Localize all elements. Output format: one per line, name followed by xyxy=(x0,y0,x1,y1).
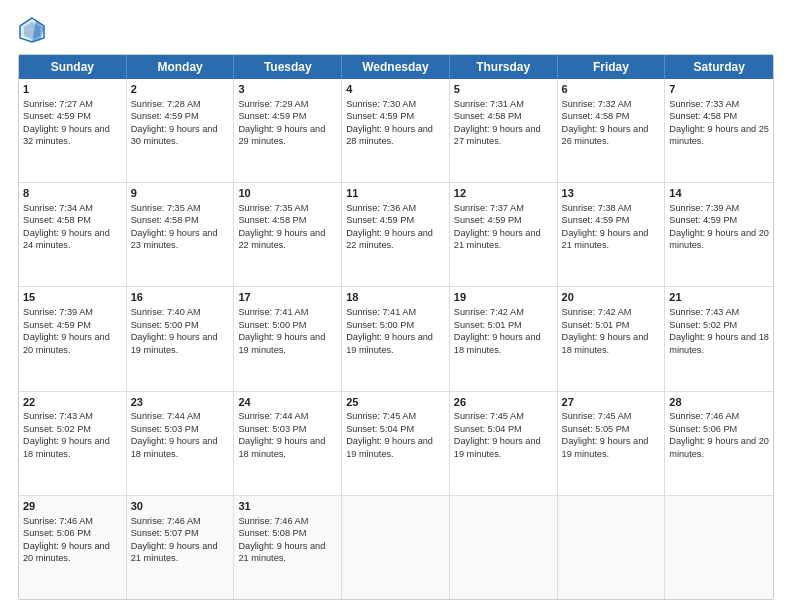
day-info-line: Sunset: 4:59 PM xyxy=(238,110,337,122)
day-info-line: Sunset: 5:00 PM xyxy=(238,319,337,331)
day-number: 27 xyxy=(562,395,661,410)
day-info-line: Sunrise: 7:30 AM xyxy=(346,98,445,110)
day-number: 11 xyxy=(346,186,445,201)
day-info-line: Sunset: 5:02 PM xyxy=(669,319,769,331)
calendar-cell-day-20: 20Sunrise: 7:42 AMSunset: 5:01 PMDayligh… xyxy=(558,287,666,390)
day-info-line: Sunset: 5:04 PM xyxy=(454,423,553,435)
calendar-cell-empty xyxy=(665,496,773,599)
day-number: 9 xyxy=(131,186,230,201)
day-number: 12 xyxy=(454,186,553,201)
day-info-line: Sunrise: 7:41 AM xyxy=(238,306,337,318)
day-info-line: Sunrise: 7:44 AM xyxy=(238,410,337,422)
calendar-header-saturday: Saturday xyxy=(665,55,773,79)
day-info-line: Sunset: 5:00 PM xyxy=(346,319,445,331)
day-info-line: Daylight: 9 hours and 21 minutes. xyxy=(562,227,661,252)
day-number: 6 xyxy=(562,82,661,97)
day-number: 18 xyxy=(346,290,445,305)
day-info-line: Sunrise: 7:40 AM xyxy=(131,306,230,318)
day-info-line: Sunrise: 7:45 AM xyxy=(454,410,553,422)
day-info-line: Daylight: 9 hours and 21 minutes. xyxy=(454,227,553,252)
day-info-line: Daylight: 9 hours and 21 minutes. xyxy=(238,540,337,565)
day-info-line: Sunrise: 7:37 AM xyxy=(454,202,553,214)
calendar-cell-day-29: 29Sunrise: 7:46 AMSunset: 5:06 PMDayligh… xyxy=(19,496,127,599)
calendar-cell-day-8: 8Sunrise: 7:34 AMSunset: 4:58 PMDaylight… xyxy=(19,183,127,286)
calendar-cell-day-11: 11Sunrise: 7:36 AMSunset: 4:59 PMDayligh… xyxy=(342,183,450,286)
day-number: 13 xyxy=(562,186,661,201)
day-info-line: Sunset: 5:04 PM xyxy=(346,423,445,435)
calendar-cell-day-25: 25Sunrise: 7:45 AMSunset: 5:04 PMDayligh… xyxy=(342,392,450,495)
day-info-line: Sunset: 4:59 PM xyxy=(346,110,445,122)
calendar-header-sunday: Sunday xyxy=(19,55,127,79)
day-info-line: Sunset: 5:03 PM xyxy=(238,423,337,435)
day-info-line: Sunrise: 7:42 AM xyxy=(454,306,553,318)
day-number: 30 xyxy=(131,499,230,514)
day-info-line: Sunrise: 7:39 AM xyxy=(669,202,769,214)
day-info-line: Sunset: 4:58 PM xyxy=(562,110,661,122)
day-info-line: Daylight: 9 hours and 32 minutes. xyxy=(23,123,122,148)
day-info-line: Sunset: 4:59 PM xyxy=(131,110,230,122)
day-number: 26 xyxy=(454,395,553,410)
day-info-line: Sunrise: 7:42 AM xyxy=(562,306,661,318)
day-info-line: Sunrise: 7:46 AM xyxy=(669,410,769,422)
day-info-line: Daylight: 9 hours and 20 minutes. xyxy=(23,331,122,356)
day-number: 14 xyxy=(669,186,769,201)
calendar-cell-day-2: 2Sunrise: 7:28 AMSunset: 4:59 PMDaylight… xyxy=(127,79,235,182)
day-info-line: Sunset: 4:59 PM xyxy=(23,110,122,122)
calendar-header-thursday: Thursday xyxy=(450,55,558,79)
day-info-line: Sunset: 5:07 PM xyxy=(131,527,230,539)
day-info-line: Sunrise: 7:35 AM xyxy=(131,202,230,214)
calendar-cell-day-26: 26Sunrise: 7:45 AMSunset: 5:04 PMDayligh… xyxy=(450,392,558,495)
day-number: 17 xyxy=(238,290,337,305)
day-info-line: Sunrise: 7:45 AM xyxy=(346,410,445,422)
day-info-line: Daylight: 9 hours and 19 minutes. xyxy=(346,435,445,460)
day-number: 31 xyxy=(238,499,337,514)
calendar-header-tuesday: Tuesday xyxy=(234,55,342,79)
calendar-cell-day-7: 7Sunrise: 7:33 AMSunset: 4:58 PMDaylight… xyxy=(665,79,773,182)
day-info-line: Sunset: 4:59 PM xyxy=(454,214,553,226)
calendar-cell-day-13: 13Sunrise: 7:38 AMSunset: 4:59 PMDayligh… xyxy=(558,183,666,286)
calendar-week-4: 22Sunrise: 7:43 AMSunset: 5:02 PMDayligh… xyxy=(19,392,773,496)
day-info-line: Daylight: 9 hours and 18 minutes. xyxy=(23,435,122,460)
calendar-cell-day-12: 12Sunrise: 7:37 AMSunset: 4:59 PMDayligh… xyxy=(450,183,558,286)
calendar-cell-day-15: 15Sunrise: 7:39 AMSunset: 4:59 PMDayligh… xyxy=(19,287,127,390)
day-info-line: Sunset: 5:01 PM xyxy=(562,319,661,331)
day-info-line: Sunrise: 7:43 AM xyxy=(669,306,769,318)
day-info-line: Sunrise: 7:34 AM xyxy=(23,202,122,214)
day-info-line: Daylight: 9 hours and 19 minutes. xyxy=(238,331,337,356)
day-info-line: Daylight: 9 hours and 19 minutes. xyxy=(454,435,553,460)
calendar-header-monday: Monday xyxy=(127,55,235,79)
day-info-line: Daylight: 9 hours and 19 minutes. xyxy=(562,435,661,460)
day-info-line: Daylight: 9 hours and 18 minutes. xyxy=(238,435,337,460)
calendar-cell-day-6: 6Sunrise: 7:32 AMSunset: 4:58 PMDaylight… xyxy=(558,79,666,182)
calendar-body: 1Sunrise: 7:27 AMSunset: 4:59 PMDaylight… xyxy=(19,79,773,599)
day-info-line: Sunrise: 7:38 AM xyxy=(562,202,661,214)
day-number: 15 xyxy=(23,290,122,305)
day-info-line: Sunset: 5:00 PM xyxy=(131,319,230,331)
day-info-line: Sunset: 5:05 PM xyxy=(562,423,661,435)
calendar-cell-day-23: 23Sunrise: 7:44 AMSunset: 5:03 PMDayligh… xyxy=(127,392,235,495)
calendar-week-5: 29Sunrise: 7:46 AMSunset: 5:06 PMDayligh… xyxy=(19,496,773,599)
day-number: 28 xyxy=(669,395,769,410)
day-number: 2 xyxy=(131,82,230,97)
day-info-line: Daylight: 9 hours and 23 minutes. xyxy=(131,227,230,252)
day-info-line: Sunset: 4:59 PM xyxy=(346,214,445,226)
calendar-cell-day-18: 18Sunrise: 7:41 AMSunset: 5:00 PMDayligh… xyxy=(342,287,450,390)
day-info-line: Sunset: 4:58 PM xyxy=(454,110,553,122)
day-info-line: Sunrise: 7:33 AM xyxy=(669,98,769,110)
day-info-line: Daylight: 9 hours and 22 minutes. xyxy=(346,227,445,252)
day-number: 19 xyxy=(454,290,553,305)
day-info-line: Sunset: 4:59 PM xyxy=(562,214,661,226)
day-number: 29 xyxy=(23,499,122,514)
logo xyxy=(18,16,50,44)
day-info-line: Daylight: 9 hours and 25 minutes. xyxy=(669,123,769,148)
day-info-line: Sunrise: 7:32 AM xyxy=(562,98,661,110)
day-info-line: Sunset: 4:58 PM xyxy=(131,214,230,226)
day-info-line: Sunset: 5:03 PM xyxy=(131,423,230,435)
day-info-line: Daylight: 9 hours and 28 minutes. xyxy=(346,123,445,148)
calendar-week-2: 8Sunrise: 7:34 AMSunset: 4:58 PMDaylight… xyxy=(19,183,773,287)
day-info-line: Sunrise: 7:46 AM xyxy=(23,515,122,527)
calendar-cell-day-22: 22Sunrise: 7:43 AMSunset: 5:02 PMDayligh… xyxy=(19,392,127,495)
calendar-cell-day-19: 19Sunrise: 7:42 AMSunset: 5:01 PMDayligh… xyxy=(450,287,558,390)
day-info-line: Daylight: 9 hours and 26 minutes. xyxy=(562,123,661,148)
day-info-line: Sunset: 4:58 PM xyxy=(23,214,122,226)
